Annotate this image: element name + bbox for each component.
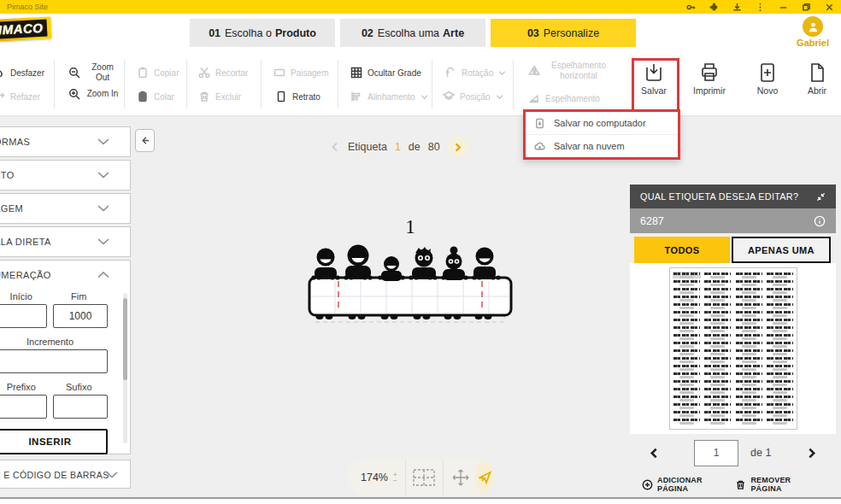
open-button[interactable]: Abrir (790, 62, 841, 96)
sheet-mini-label[interactable] (704, 295, 732, 302)
sheet-mini-label[interactable] (735, 419, 763, 425)
paste-button[interactable]: Colar (137, 91, 174, 103)
sheet-mini-label[interactable] (767, 372, 795, 379)
sheet-mini-label[interactable] (704, 325, 732, 332)
sheet-mini-label[interactable] (673, 295, 701, 302)
info-icon[interactable] (814, 215, 826, 227)
zoom-out-button[interactable]: Zoom Out (68, 62, 120, 82)
menu-icon[interactable] (756, 3, 765, 12)
collapse-panel-icon[interactable] (816, 192, 826, 202)
new-button[interactable]: Novo (740, 62, 795, 96)
step-choose-product[interactable]: 01 Escolha o Produto (190, 19, 335, 47)
sheet-mini-label[interactable] (735, 403, 763, 410)
sheet-mini-label[interactable] (704, 349, 732, 355)
cut-button[interactable]: Recortar (198, 67, 248, 79)
tab-all-labels[interactable]: TODOS (634, 237, 730, 263)
sheet-mini-label[interactable] (704, 310, 732, 317)
sheet-mini-label[interactable] (767, 287, 795, 294)
panel-text[interactable]: XTO (0, 160, 131, 190)
sheet-mini-label[interactable] (673, 419, 701, 425)
sheet-mini-label[interactable] (673, 365, 701, 372)
sheet-mini-label[interactable] (735, 341, 763, 348)
suffix-input[interactable] (53, 395, 108, 419)
sheet-mini-label[interactable] (704, 357, 732, 364)
sheet-mini-label[interactable] (735, 349, 763, 355)
sheet-mini-label[interactable] (767, 302, 795, 309)
end-input[interactable] (53, 304, 108, 328)
panel-image[interactable]: AGEM (0, 193, 131, 224)
sheet-mini-label[interactable] (735, 318, 763, 325)
sheet-mini-label[interactable] (704, 380, 732, 387)
sheet-mini-label[interactable] (704, 403, 732, 410)
sheet-mini-label[interactable] (673, 372, 701, 379)
zoom-in-button[interactable]: Zoom In (68, 88, 120, 100)
sheet-mini-label[interactable] (767, 310, 795, 317)
sheet-mini-label[interactable] (673, 333, 701, 340)
undo-button[interactable]: Desfazer (0, 67, 44, 79)
close-icon[interactable] (825, 3, 834, 12)
position-button[interactable]: Posição (443, 91, 503, 103)
sheet-mini-label[interactable] (673, 357, 701, 364)
insert-button[interactable]: INSERIR (0, 429, 108, 454)
print-button[interactable]: Imprimir (682, 62, 737, 96)
save-to-computer-item[interactable]: Salvar no computador (526, 112, 678, 134)
sheet-mini-label[interactable] (673, 310, 701, 317)
sheet-mini-label[interactable] (673, 411, 701, 418)
download-icon[interactable] (732, 3, 742, 12)
alignment-button[interactable]: Alinhamento (350, 91, 428, 103)
zoom-decrease-button[interactable]: − (393, 478, 397, 483)
sheet-mini-label[interactable] (767, 272, 795, 278)
hide-grid-button[interactable]: Ocultar Grade (350, 67, 421, 79)
sheet-mini-label[interactable] (735, 295, 763, 302)
portrait-button[interactable]: Retrato (275, 91, 321, 103)
sheet-mini-label[interactable] (704, 365, 732, 372)
delete-button[interactable]: Excluir (198, 91, 241, 103)
sheet-mini-label[interactable] (704, 396, 732, 402)
sheet-mini-label[interactable] (673, 302, 701, 309)
sheet-mini-label[interactable] (767, 333, 795, 340)
sidebar-scroll-thumb[interactable] (123, 298, 127, 380)
sheet-mini-label[interactable] (767, 295, 795, 302)
minimize-icon[interactable] (779, 3, 788, 12)
next-label-button[interactable] (448, 137, 468, 157)
mirror-button[interactable]: Espelhamento (528, 92, 600, 104)
prefix-input[interactable] (0, 395, 47, 419)
sheet-mini-label[interactable] (767, 357, 795, 364)
sheet-mini-label[interactable] (735, 388, 763, 395)
sheet-mini-label[interactable] (673, 279, 701, 286)
next-page-icon[interactable] (806, 448, 817, 459)
sheet-mini-label[interactable] (704, 411, 732, 418)
sheet-mini-label[interactable] (673, 287, 701, 294)
start-input[interactable] (0, 304, 47, 328)
sheet-mini-label[interactable] (704, 372, 732, 379)
sheet-mini-label[interactable] (767, 388, 795, 395)
tab-single-label[interactable]: APENAS UMA (732, 237, 831, 263)
add-page-button[interactable]: ADICIONAR PÁGINA (642, 476, 735, 493)
remove-page-button[interactable]: REMOVER PÁGINA (735, 476, 824, 493)
sheet-mini-label[interactable] (704, 419, 732, 425)
rotation-button[interactable]: Rotação (444, 67, 506, 79)
prev-page-icon[interactable] (649, 448, 660, 459)
sheet-mini-label[interactable] (704, 388, 732, 395)
mirror-horizontal-button[interactable]: Espelhamento horizontal (528, 61, 612, 80)
extension-icon[interactable] (709, 3, 719, 12)
sheet-mini-label[interactable] (735, 380, 763, 387)
sheet-mini-label[interactable] (704, 333, 732, 340)
redo-button[interactable]: Refazer (0, 91, 40, 103)
key-icon[interactable] (686, 3, 696, 12)
pan-tool-button[interactable] (451, 468, 470, 487)
panel-mail-merge[interactable]: ALA DIRETA (0, 226, 131, 257)
sheet-mini-label[interactable] (735, 333, 763, 340)
sheet-mini-label[interactable] (673, 341, 701, 348)
page-number-input[interactable] (694, 440, 738, 466)
panel-qr-barcode[interactable]: R E CÓDIGO DE BARRAS (0, 460, 131, 489)
sheet-mini-label[interactable] (735, 396, 763, 402)
restore-icon[interactable] (802, 3, 811, 12)
sheet-mini-label[interactable] (673, 380, 701, 387)
sheet-mini-label[interactable] (767, 279, 795, 286)
sheet-mini-label[interactable] (735, 310, 763, 317)
sheet-mini-label[interactable] (673, 272, 701, 278)
landscape-button[interactable]: Paisagem (273, 67, 328, 79)
sheet-mini-label[interactable] (735, 272, 763, 278)
sheet-mini-label[interactable] (735, 325, 763, 332)
